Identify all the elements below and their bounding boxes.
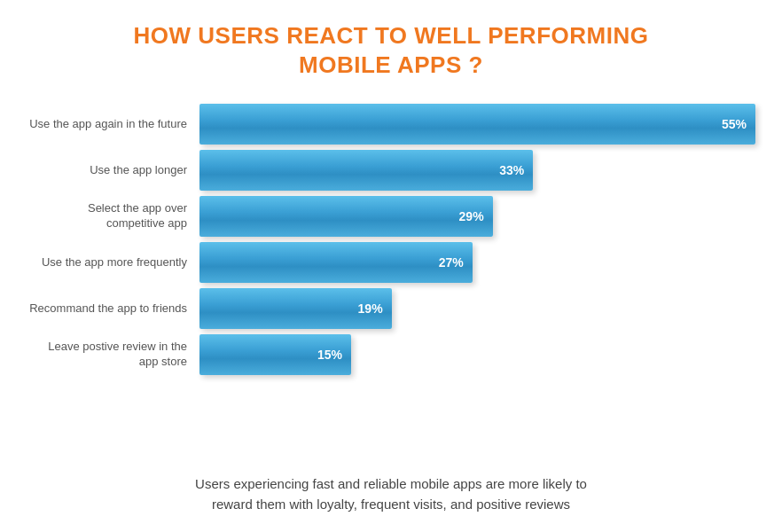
bar-row: Use the app longer33% bbox=[27, 150, 755, 191]
bar-label: Use the app again in the future bbox=[27, 117, 199, 132]
main-container: HOW USERS REACT TO WELL PERFORMING MOBIL… bbox=[0, 0, 782, 532]
bar-track: 27% bbox=[199, 242, 755, 283]
bar-track: 33% bbox=[199, 150, 755, 191]
bar-label: Use the app more frequently bbox=[27, 255, 199, 270]
bar-label: Leave postive review in the app store bbox=[27, 340, 199, 370]
bar-fill: 29% bbox=[199, 196, 493, 237]
bar-fill: 27% bbox=[199, 242, 473, 283]
bar-row: Leave postive review in the app store15% bbox=[27, 334, 755, 375]
bar-track: 55% bbox=[199, 104, 755, 145]
bar-chart: Use the app again in the future55%Use th… bbox=[27, 104, 755, 458]
bar-percentage: 27% bbox=[439, 255, 464, 270]
footnote-text: Users experiencing fast and reliable mob… bbox=[195, 474, 587, 514]
bar-fill: 19% bbox=[199, 288, 392, 329]
bar-track: 29% bbox=[199, 196, 755, 237]
bar-fill: 33% bbox=[199, 150, 533, 191]
bar-track: 15% bbox=[199, 334, 755, 375]
bar-label: Select the app over competitive app bbox=[27, 201, 199, 231]
bar-row: Use the app again in the future55% bbox=[27, 104, 755, 145]
bar-percentage: 15% bbox=[317, 348, 342, 362]
bar-label: Recommand the app to friends bbox=[27, 301, 199, 317]
bar-percentage: 19% bbox=[358, 301, 383, 316]
bar-row: Recommand the app to friends19% bbox=[27, 288, 755, 329]
bar-percentage: 55% bbox=[722, 117, 747, 131]
bar-percentage: 33% bbox=[499, 163, 524, 177]
chart-title: HOW USERS REACT TO WELL PERFORMING MOBIL… bbox=[134, 21, 649, 79]
bar-label: Use the app longer bbox=[27, 163, 199, 178]
bar-fill: 55% bbox=[199, 104, 755, 145]
bar-fill: 15% bbox=[199, 334, 351, 375]
bar-track: 19% bbox=[199, 288, 755, 329]
bar-row: Use the app more frequently27% bbox=[27, 242, 755, 283]
bar-row: Select the app over competitive app29% bbox=[27, 196, 755, 237]
bar-percentage: 29% bbox=[459, 209, 484, 223]
